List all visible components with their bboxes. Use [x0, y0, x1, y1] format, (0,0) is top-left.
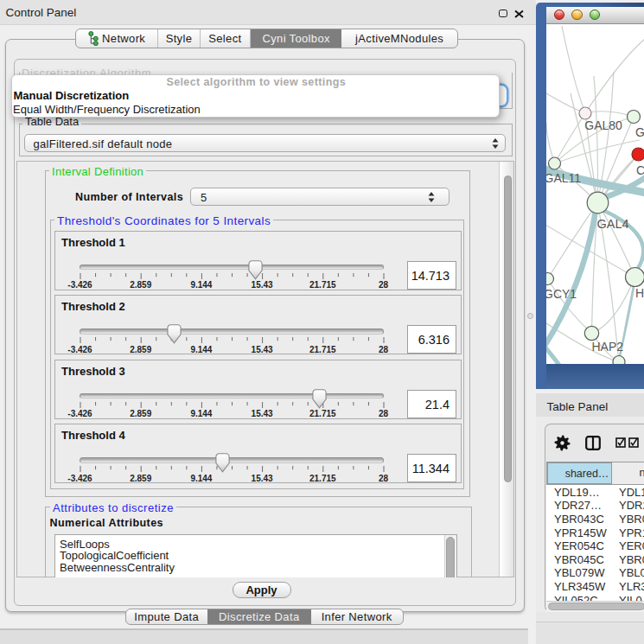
svg-text:GA: GA [635, 125, 644, 139]
svg-text:GAL4: GAL4 [597, 217, 629, 231]
svg-text:GAL80: GAL80 [584, 118, 622, 132]
svg-text:GCY1: GCY1 [546, 287, 577, 301]
svg-text:C.: C. [636, 163, 644, 177]
svg-text:GAL11: GAL11 [546, 171, 581, 185]
svg-text:HAP2: HAP2 [592, 340, 624, 354]
svg-text:H: H [635, 286, 644, 300]
